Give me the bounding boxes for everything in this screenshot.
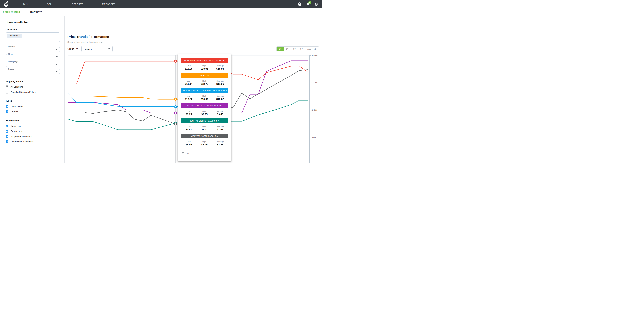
tooltip-section-header: CENTRAL DISTRICT CALIFORNIA [181, 119, 228, 123]
tooltip-values-row: Low$7.62High$7.62Average$7.62 [181, 125, 228, 131]
checkbox-option-open-field[interactable]: Open Field [6, 124, 60, 128]
tooltip-col-label: Average [212, 95, 228, 97]
tooltip-col-value: $7.62 [181, 128, 196, 131]
tab-bar: PRICE TRENDSRAW DATA [0, 8, 322, 16]
nav-item-buy[interactable]: BUY [23, 3, 31, 6]
group-heading: Types [6, 100, 60, 102]
tooltip-col-value: $10.62 [196, 98, 212, 101]
sidebar-heading: Show results for [6, 21, 60, 24]
group-heading: Shipping Points [6, 80, 60, 83]
tooltip-col-value: $9.45 [212, 113, 228, 116]
checkbox-option-greenhouse[interactable]: Greenhouse [6, 129, 60, 133]
tooltip-col-label: Low [181, 65, 196, 67]
select-label: Varieties [7, 46, 16, 48]
tooltip-col-value: $11.14 [181, 82, 196, 85]
radio-option-specified-shipping-points[interactable]: Specified Shipping Points [6, 90, 60, 94]
group-heading: Environments [6, 119, 60, 122]
chevron-down-icon [54, 4, 56, 5]
tooltip-col-value: $6.95 [181, 143, 196, 146]
time-range-button-5y[interactable]: 5Y [298, 47, 305, 51]
time-range-button-1m[interactable]: 1M [276, 47, 284, 51]
hover-marker-mexico-crossings-through-texas [175, 112, 177, 114]
checkbox-label: Controlled Environment [10, 140, 34, 143]
tooltip-col-value: $7.95 [196, 143, 212, 146]
nav-item-label: REPORTS [72, 3, 83, 6]
tooltip-section-western-north-carolina: WESTERN NORTH CAROLINALow$6.95High$7.95A… [178, 134, 231, 146]
chevron-down-icon [56, 71, 58, 72]
commodity-input[interactable]: Tomatoes ✕ [6, 32, 60, 42]
time-range-toggle: 1M1Y3Y5YALL TIME [276, 46, 319, 51]
tooltip-section-eastern-tennessee-virginia-eastern-shore: EASTERN TENNESSEE VIRGINIA EASTERN SHORE… [178, 88, 231, 101]
notifications-button[interactable]: 5 [306, 2, 310, 6]
tooltip-col-value: $18.95 [181, 67, 196, 70]
chip-label: Tomatoes [8, 35, 18, 37]
tooltip-col-value: $7.62 [196, 128, 212, 131]
tooltip-col-label: Low [181, 141, 196, 143]
chip-remove-icon[interactable]: ✕ [19, 35, 21, 37]
chevron-down-icon [108, 48, 110, 49]
time-range-button-3y[interactable]: 3Y [291, 47, 298, 51]
radio-option-all-locations[interactable]: All Locations [6, 85, 60, 89]
chevron-down-icon [29, 4, 31, 5]
group-by-label: Group By: [67, 48, 78, 50]
tooltip-section-mexico-crossings-through-otay-mesa: MEXICO CROSSINGS THROUGH OTAY MESALow$18… [178, 58, 231, 70]
tooltip-col-label: High [196, 65, 212, 67]
time-range-button-all-time[interactable]: ALL TIME [305, 47, 319, 51]
tooltip-col-label: High [196, 125, 212, 127]
group-by-select[interactable]: Location [81, 46, 113, 52]
tooltip-col-value: $10.62 [212, 98, 228, 101]
tooltip-col-value: $18.95 [212, 67, 228, 70]
checkbox-option-controlled-environment[interactable]: Controlled Environment [6, 140, 60, 143]
tooltip-col-label: Average [212, 110, 228, 112]
producepay-logo-icon[interactable] [3, 1, 9, 8]
help-button[interactable]: ? [298, 2, 302, 6]
tooltip-average: Average$10.62 [212, 95, 228, 101]
tooltip-average: Average$11.96 [212, 80, 228, 85]
shipping-points-group: Shipping PointsAll LocationsSpecified Sh… [6, 80, 60, 94]
tooltip-low: Low$10.62 [181, 95, 196, 101]
select-sizes[interactable]: Sizes [6, 54, 60, 59]
y-tick-label: $20.00 [312, 55, 318, 57]
tab-raw-data[interactable]: RAW DATA [30, 8, 48, 16]
tooltip-section-header: MEXICO CROSSINGS THROUGH TEXAS [181, 103, 228, 108]
select-packagings[interactable]: Packagings [6, 62, 60, 67]
tab-price-trends[interactable]: PRICE TRENDS [3, 8, 26, 16]
nav-item-label: SELL [47, 3, 53, 6]
filters-sidebar: Show results for Commodity Tomatoes ✕ Va… [0, 16, 64, 163]
nav-item-messages[interactable]: MESSAGES [102, 3, 115, 6]
chevron-down-icon [84, 4, 86, 5]
tooltip-col-value: $7.45 [212, 143, 228, 146]
hover-marker-mexico-crossings-through-otay-mesa [175, 60, 177, 62]
checkbox-option-organic[interactable]: Organic [6, 110, 60, 113]
nav-item-reports[interactable]: REPORTS [72, 3, 86, 6]
checkbox-icon [6, 105, 8, 108]
page-subtitle: Select criteria to refine the graph view… [67, 41, 103, 43]
tooltip-section-mexico-crossings-through-texas: MEXICO CROSSINGS THROUGH TEXASLow$8.95Hi… [178, 103, 231, 116]
nav-menus: BUYSELLREPORTSMESSAGES [23, 3, 116, 6]
tooltip-col-label: Average [212, 65, 228, 67]
chevron-down-icon [56, 64, 58, 65]
commodity-label: Commodity [6, 29, 60, 31]
tooltip-col-label: High [196, 141, 212, 143]
tooltip-average: Average$7.45 [212, 141, 228, 146]
tooltip-section-michigan: MICHIGANLow$11.14High$12.78Average$11.96 [178, 73, 231, 85]
tooltip-col-label: High [196, 95, 212, 97]
radio-icon [6, 91, 8, 94]
group-by-value: Location [84, 48, 92, 50]
checkbox-icon [6, 135, 8, 138]
checkbox-option-conventional[interactable]: Conventional [6, 105, 60, 108]
tooltip-col-label: Low [181, 80, 196, 82]
tooltip-values-row: Low$6.95High$7.95Average$7.45 [181, 141, 228, 146]
nav-item-sell[interactable]: SELL [47, 3, 56, 6]
tooltip-low: Low$11.14 [181, 80, 196, 85]
tooltip-high: High$7.95 [196, 141, 212, 146]
checkbox-option-adapted-environment[interactable]: Adapted Environment [6, 135, 60, 138]
commodity-chip: Tomatoes ✕ [7, 34, 22, 38]
help-icon: ? [298, 2, 302, 6]
time-range-button-1y[interactable]: 1Y [284, 47, 291, 51]
select-grades[interactable]: Grades [6, 69, 60, 74]
account-button[interactable] [314, 2, 318, 6]
tooltip-col-label: Average [212, 80, 228, 82]
tooltip-col-value: $11.96 [212, 82, 228, 85]
select-varieties[interactable]: Varieties [6, 47, 60, 52]
